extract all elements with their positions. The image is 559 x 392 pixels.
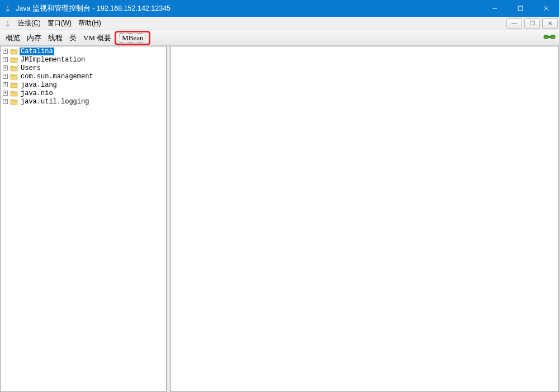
svg-rect-6	[548, 36, 551, 38]
tab-classes[interactable]: 类	[66, 32, 80, 44]
tab-memory[interactable]: 内存	[23, 32, 45, 44]
folder-icon	[10, 82, 18, 88]
window-maximize-button[interactable]	[508, 0, 533, 17]
tab-threads[interactable]: 线程	[45, 32, 66, 44]
tree-node[interactable]: + java.nio	[1, 89, 166, 97]
java-icon	[3, 4, 12, 13]
tree-node-label: java.lang	[20, 81, 58, 89]
folder-icon	[10, 65, 18, 72]
tree-node-label: Catalina	[20, 48, 54, 55]
folder-icon	[10, 48, 18, 55]
tree-expander-icon[interactable]: +	[3, 65, 8, 70]
menu-help[interactable]: 帮助(H)	[75, 17, 105, 29]
folder-icon	[10, 98, 18, 105]
window-title: Java 监视和管理控制台 - 192.168.152.142:12345	[16, 4, 482, 13]
mbean-tree-panel[interactable]: + Catalina+ JMImplementation+ Users+ com…	[0, 46, 167, 392]
tree-expander-icon[interactable]: +	[3, 82, 8, 87]
menu-connection[interactable]: 连接(C)	[15, 17, 44, 29]
menu-window[interactable]: 窗口(W)	[44, 17, 75, 29]
tree-expander-icon[interactable]: +	[3, 74, 8, 79]
tree-node-label: java.util.logging	[20, 98, 90, 106]
window-titlebar: Java 监视和管理控制台 - 192.168.152.142:12345	[0, 0, 559, 17]
tab-mbean[interactable]: MBean	[115, 31, 150, 45]
tree-expander-icon[interactable]: +	[3, 99, 8, 104]
content-area: + Catalina+ JMImplementation+ Users+ com…	[0, 46, 559, 392]
tree-expander-icon[interactable]: +	[3, 49, 8, 54]
window-minimize-button[interactable]	[482, 0, 508, 17]
tree-node-label: JMImplementation	[20, 56, 86, 64]
tree-node[interactable]: + com.sun.management	[1, 72, 166, 81]
tree-node-label: com.sun.management	[20, 73, 94, 81]
window-close-button[interactable]	[533, 0, 559, 17]
tree-node[interactable]: + Catalina	[1, 47, 166, 55]
tree-expander-icon[interactable]: +	[3, 91, 8, 96]
tab-vm-summary[interactable]: VM 概要	[80, 32, 115, 44]
svg-rect-1	[518, 6, 523, 11]
tree-node-label: Users	[20, 64, 42, 72]
tree-node[interactable]: + Users	[1, 64, 166, 72]
tree-node[interactable]: + JMImplementation	[1, 55, 166, 64]
svg-rect-5	[551, 35, 555, 39]
menubar: 连接(C) 窗口(W) 帮助(H) — ❐ ✕	[0, 17, 559, 30]
tree-node[interactable]: + java.util.logging	[1, 97, 166, 106]
window-controls	[482, 0, 559, 17]
mdi-minimize-button[interactable]: —	[506, 18, 522, 29]
tabbar: 概览 内存 线程 类 VM 概要 MBean	[0, 30, 559, 46]
mdi-restore-button[interactable]: ❐	[524, 18, 540, 29]
mbean-detail-panel	[170, 46, 559, 392]
connection-status-icon	[543, 33, 556, 41]
folder-icon	[10, 73, 18, 80]
mdi-close-button[interactable]: ✕	[542, 18, 558, 29]
tree-expander-icon[interactable]: +	[3, 57, 8, 62]
svg-rect-4	[544, 35, 548, 39]
folder-icon	[10, 90, 18, 97]
tree-node-label: java.nio	[20, 89, 54, 97]
tab-overview[interactable]: 概览	[2, 32, 23, 44]
folder-icon	[10, 56, 18, 63]
java-icon	[3, 19, 12, 28]
tree-node[interactable]: + java.lang	[1, 81, 166, 89]
